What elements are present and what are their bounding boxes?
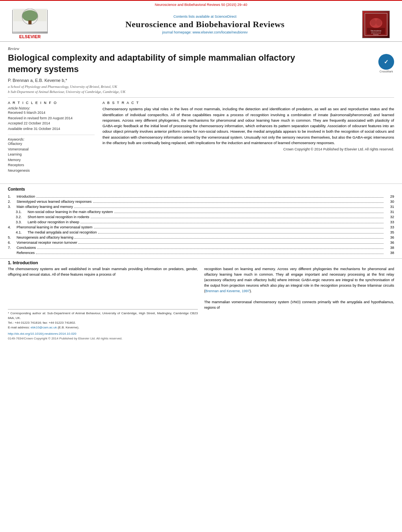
- toc-label-3-3: Lamb odour recognition in sheep: [28, 220, 79, 224]
- footnote-corresponding: * Corresponding author at: Sub-Departmen…: [8, 311, 198, 321]
- toc-page-7: 38: [385, 246, 394, 250]
- toc-row-6: 6. Vomeronasal receptor neuron turnover …: [8, 240, 394, 245]
- history-label: Article history:: [8, 106, 95, 110]
- toc-label-2: Stereotyped versus learned olfactory res…: [17, 200, 92, 204]
- toc-content-4-1: The medial amygdala and social recogniti…: [28, 230, 394, 234]
- toc-sub-3-2: 3.2.: [16, 215, 28, 219]
- toc-page-4-1: 35: [385, 230, 394, 234]
- toc-filler-4-1: [98, 233, 383, 234]
- article-info-heading: A R T I C L E I N F O: [8, 101, 95, 105]
- keywords-label: Keywords:: [8, 137, 95, 141]
- article-title: Biological complexity and adaptability o…: [8, 52, 315, 75]
- toc-filler-5: [74, 238, 383, 239]
- homepage-url[interactable]: www.elsevier.com/locate/neubiorev: [193, 30, 248, 34]
- toc-page-3: 31: [385, 205, 394, 209]
- toc-num-5: 5.: [8, 235, 17, 239]
- abstract-col: A B S T R A C T Chemosensory systems pla…: [102, 101, 394, 176]
- body-left-text: The chemosensory systems are well establ…: [8, 267, 198, 278]
- toc-label-4-1: The medial amygdala and social recogniti…: [28, 230, 97, 234]
- footnotes: * Corresponding author at: Sub-Departmen…: [8, 309, 198, 341]
- toc-filler-3-2: [91, 218, 383, 218]
- article-info-col: A R T I C L E I N F O Article history: R…: [8, 101, 95, 176]
- footnote-email-line: E-mail address: ebk10@cam.ac.uk (E.B. Ke…: [8, 325, 198, 330]
- journal-homepage: journal homepage: www.elsevier.com/locat…: [58, 30, 352, 34]
- received-date: Received 5 March 2014: [8, 110, 95, 116]
- top-citation-link[interactable]: Neuroscience and Biobehavioral Reviews 5…: [155, 3, 248, 7]
- crossmark-icon[interactable]: ✓: [378, 54, 394, 70]
- body-left-col: The chemosensory systems are well establ…: [8, 267, 198, 341]
- keyword-learning: Learning: [8, 152, 95, 158]
- toc-filler-4: [94, 228, 383, 228]
- toc-page-5: 36: [385, 235, 394, 239]
- available-date: Available online 31 October 2014: [8, 126, 95, 132]
- toc-filler-2: [93, 202, 383, 203]
- toc-filler-1: [36, 197, 383, 198]
- toc-content-7: Conclusions 38: [17, 246, 394, 250]
- toc-sub-3-1: 3.1.: [16, 210, 28, 214]
- keyword-memory: Memory: [8, 158, 95, 163]
- toc-content-ref: References 38: [17, 251, 394, 255]
- email-suffix: (E.B. Keverne).: [58, 326, 79, 329]
- abstract-heading: A B S T R A C T: [102, 101, 394, 105]
- journal-header-center: Contents lists available at ScienceDirec…: [58, 15, 352, 34]
- article-body: 1. Introduction The chemosensory systems…: [0, 260, 402, 341]
- toc-row-3-1: 3.1. Non-social odour learning in the ma…: [8, 209, 394, 214]
- toc-content-5: Neurogenesis and olfactory learning 36: [17, 235, 394, 239]
- toc-content-1: Introduction 29: [17, 195, 394, 198]
- toc-page-3-1: 31: [385, 210, 394, 214]
- toc-label-3-2: Short-term social recognition in rodents: [28, 215, 89, 219]
- body-right-col: recognition based on learning and memory…: [204, 267, 394, 341]
- issn-line: 0149-7634/Crown Copyright © 2014 Publish…: [8, 336, 198, 341]
- email-address[interactable]: ebk10@cam.ac.uk: [31, 326, 57, 329]
- body-two-col: The chemosensory systems are well establ…: [8, 267, 394, 341]
- toc-page-1: 29: [385, 195, 394, 198]
- keyword-receptors: Receptors: [8, 163, 95, 168]
- toc-content-4: Pheromonal learning in the vomeronasal s…: [17, 225, 394, 229]
- toc-num-3: 3.: [8, 205, 17, 209]
- body-right-text-2: The mammalian vomeronasal chemosensory s…: [204, 300, 394, 311]
- contents-heading: Contents: [8, 187, 394, 191]
- elsevier-logo: ELSEVIER: [12, 10, 48, 39]
- toc-label-ref: References: [17, 251, 35, 255]
- affiliations: a School of Physiology and Pharmacology,…: [8, 84, 394, 94]
- toc-content-3-1: Non-social odour learning in the main ol…: [28, 210, 394, 214]
- sciencedirect-link[interactable]: ScienceDirect: [215, 15, 237, 19]
- toc-row-7: 7. Conclusions 38: [8, 245, 394, 250]
- divider-1: [8, 97, 394, 98]
- doi-link[interactable]: http://dx.doi.org/10.1016/j.neubiorev.20…: [8, 332, 198, 336]
- svg-text:& Biobehavioral: & Biobehavioral: [371, 32, 381, 34]
- affiliation-a: a School of Physiology and Pharmacology,…: [8, 84, 394, 89]
- contents-available-line: Contents lists available at ScienceDirec…: [58, 15, 352, 19]
- toc-row-4: 4. Pheromonal learning in the vomeronasa…: [8, 224, 394, 230]
- accepted-date: Accepted 22 October 2014: [8, 121, 95, 126]
- toc-page-ref: 38: [385, 251, 394, 255]
- toc-filler-3: [74, 208, 383, 208]
- svg-text:Reviews: Reviews: [373, 34, 379, 35]
- toc-row-3: 3. Main olfactory learning and memory 31: [8, 204, 394, 209]
- footnote-tel: Tel.: +44 01223 741816; fax: +44 01223 7…: [8, 321, 198, 325]
- toc-content-2: Stereotyped versus learned olfactory res…: [17, 200, 394, 204]
- article-type: Review: [8, 46, 394, 51]
- toc-content-3-3: Lamb odour recognition in sheep 33: [28, 220, 394, 224]
- svg-text:Neuroscience: Neuroscience: [371, 30, 382, 32]
- toc-num-1: 1.: [8, 195, 17, 198]
- toc-num-6: 6.: [8, 241, 17, 245]
- toc-page-3-2: 32: [385, 215, 394, 219]
- toc-row-3-2: 3.2. Short-term social recognition in ro…: [8, 214, 394, 219]
- toc-num-7: 7.: [8, 246, 17, 250]
- journal-header: ELSEVIER Contents lists available at Sci…: [0, 7, 402, 42]
- toc-row-1: 1. Introduction 29: [8, 194, 394, 199]
- article-info-abstract: A R T I C L E I N F O Article history: R…: [8, 101, 394, 176]
- ref-link-brennan[interactable]: Brennan and Keverne, 1997: [205, 289, 250, 293]
- svg-point-2: [22, 10, 38, 21]
- journal-name: Neuroscience and Biobehavioral Reviews: [58, 19, 352, 30]
- toc-page-3-3: 33: [385, 220, 394, 224]
- toc-num-2: 2.: [8, 200, 17, 204]
- body-right-text: recognition based on learning and memory…: [204, 267, 394, 294]
- toc-label-4: Pheromonal learning in the vomeronasal s…: [17, 225, 93, 229]
- toc-num-ref: [8, 251, 17, 255]
- toc-filler-6: [78, 243, 383, 244]
- toc-row-5: 5. Neurogenesis and olfactory learning 3…: [8, 235, 394, 240]
- toc-content-3-2: Short-term social recognition in rodents…: [28, 215, 394, 219]
- toc-row-4-1: 4.1. The medial amygdala and social reco…: [8, 230, 394, 235]
